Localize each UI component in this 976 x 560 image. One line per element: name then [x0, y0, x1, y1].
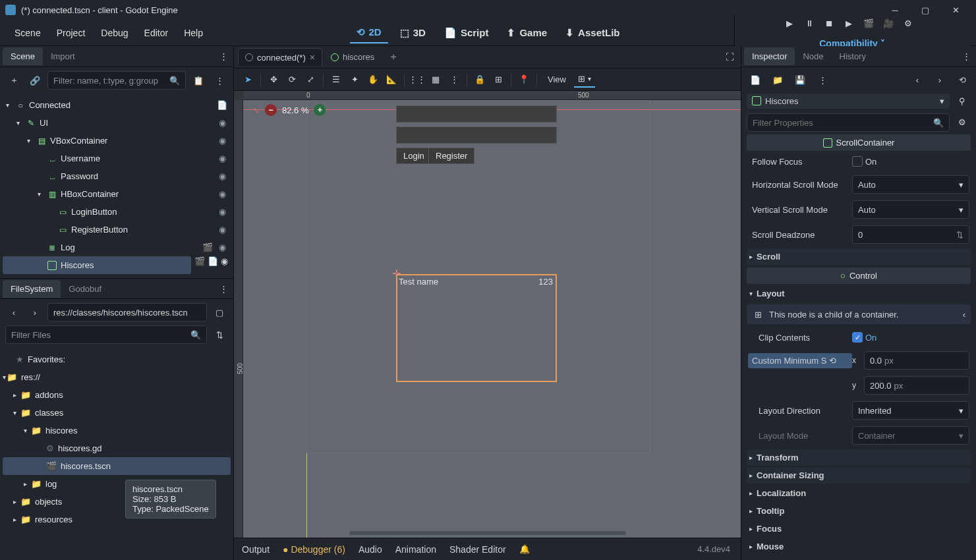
script-icon[interactable]: 📄: [216, 99, 228, 111]
node-vbox[interactable]: ▾▤VBoxContainer◉: [3, 132, 231, 150]
canvas-viewport[interactable]: 0 500 500 ⤡ − 82.6 % + Login Register: [234, 91, 741, 538]
dropdown-vscroll[interactable]: Auto▾: [852, 200, 969, 219]
tab-debugger[interactable]: ● Debugger (6): [283, 544, 345, 555]
section-input[interactable]: ▸Input: [747, 556, 971, 560]
scene-script-button[interactable]: 📋: [190, 72, 207, 89]
zoom-fit-icon[interactable]: ⤡: [252, 105, 260, 115]
h-scrollbar[interactable]: [349, 531, 626, 535]
distraction-free-button[interactable]: ⛶: [723, 49, 737, 65]
pause-button[interactable]: ⏸: [800, 14, 818, 33]
fs-forward-button[interactable]: ›: [26, 304, 43, 321]
checkbox-follow-focus[interactable]: [852, 156, 863, 167]
play-scene-button[interactable]: ▶: [840, 14, 858, 33]
instance-scene-button[interactable]: 🔗: [26, 72, 43, 89]
inspector-object-name[interactable]: Hiscores ▾: [747, 94, 950, 109]
group-button[interactable]: ⊞: [490, 71, 507, 88]
node-ui[interactable]: ▾✎UI◉: [3, 114, 231, 132]
horizontal-ruler[interactable]: 0 500: [243, 91, 741, 100]
fs-classes[interactable]: ▾📁classes: [3, 404, 231, 422]
workspace-assetlib[interactable]: ⬇AssetLib: [559, 22, 626, 43]
inspector-extra-menu[interactable]: ⋮: [814, 71, 831, 88]
node-connected[interactable]: ▾○Connected📄: [3, 96, 231, 114]
movie-button[interactable]: 🎥: [879, 14, 898, 33]
scene-filter-input[interactable]: Filter: name, t:type, g:group 🔍: [47, 71, 186, 90]
scene-tab-connected[interactable]: connected(*)×: [238, 48, 322, 66]
tab-audio[interactable]: Audio: [359, 544, 382, 555]
zoom-in-button[interactable]: +: [314, 104, 326, 116]
node-password[interactable]: ⎵Password◉: [3, 167, 231, 185]
lock-button[interactable]: 🔒: [471, 71, 488, 88]
zoom-out-button[interactable]: −: [265, 104, 277, 116]
tab-godobuf[interactable]: Godobuf: [61, 280, 109, 298]
node-register-button[interactable]: ▭RegisterButton◉: [3, 221, 231, 238]
snap-menu[interactable]: ⋮: [445, 71, 463, 88]
fs-path-input[interactable]: res://classes/hiscores/hiscores.tscn: [47, 303, 207, 322]
inspector-save-resource[interactable]: 💾: [791, 71, 809, 88]
node-hbox[interactable]: ▾▥HBoxContainer◉: [3, 185, 231, 203]
select-tool[interactable]: ➤: [239, 71, 256, 88]
notification-icon[interactable]: 🔔: [519, 544, 530, 554]
checkbox-clip[interactable]: [852, 332, 863, 343]
fs-toggle-split-button[interactable]: ▢: [211, 304, 228, 321]
open-scene-icon[interactable]: 🎬: [194, 256, 205, 266]
inspector-history-menu[interactable]: ⟲: [954, 71, 971, 88]
fs-dock-menu-icon[interactable]: ⋮: [217, 281, 231, 296]
open-scene-icon[interactable]: 🎬: [202, 242, 214, 254]
custom-min-x[interactable]: 0.0px: [864, 351, 969, 370]
inspector-load-resource[interactable]: 📁: [769, 71, 786, 88]
custom-min-y[interactable]: 200.0px: [864, 376, 969, 395]
section-scroll[interactable]: ▸Scroll: [747, 248, 971, 265]
workspace-game[interactable]: ⬆Game: [500, 22, 554, 43]
bones-button[interactable]: 📍: [515, 71, 532, 88]
inspector-forward[interactable]: ›: [931, 71, 948, 88]
section-layout[interactable]: ▾Layout: [747, 285, 971, 302]
visibility-icon[interactable]: ◉: [216, 153, 228, 165]
visibility-icon[interactable]: ◉: [221, 256, 228, 266]
tab-history[interactable]: History: [832, 47, 874, 65]
vertical-ruler[interactable]: 500: [234, 100, 243, 538]
visibility-icon[interactable]: ◉: [216, 117, 228, 129]
menu-debug[interactable]: Debug: [93, 24, 136, 42]
fs-hiscores-folder[interactable]: ▾📁hiscores: [3, 422, 231, 439]
view-menu[interactable]: View: [541, 72, 573, 87]
ruler-tool[interactable]: 📐: [383, 71, 400, 88]
node-login-button[interactable]: ▭LoginButton◉: [3, 203, 231, 221]
scene-dock-menu-icon[interactable]: ⋮: [217, 49, 231, 64]
node-hiscores[interactable]: Hiscores: [3, 256, 191, 274]
node-username[interactable]: ⎵Username◉: [3, 150, 231, 167]
tab-output[interactable]: Output: [242, 544, 270, 555]
section-localization[interactable]: ▸Localization: [747, 485, 971, 501]
fs-hiscores-tscn[interactable]: 🎬hiscores.tscn: [3, 457, 231, 475]
grid-visibility[interactable]: ⊞▾: [574, 71, 595, 88]
move-tool[interactable]: ✥: [265, 71, 282, 88]
fs-addons[interactable]: ▸📁addons: [3, 386, 231, 404]
section-transform[interactable]: ▸Transform: [747, 449, 971, 466]
visibility-icon[interactable]: ◉: [216, 171, 228, 182]
visibility-icon[interactable]: ◉: [216, 242, 228, 254]
tab-shader[interactable]: Shader Editor: [449, 544, 506, 555]
pan-tool[interactable]: ✋: [364, 71, 382, 88]
visibility-icon[interactable]: ◉: [216, 206, 228, 218]
section-tooltip[interactable]: ▸Tooltip: [747, 503, 971, 519]
tab-node[interactable]: Node: [795, 47, 831, 65]
pivot-tool[interactable]: ✦: [346, 71, 363, 88]
tab-inspector[interactable]: Inspector: [744, 47, 795, 65]
section-focus[interactable]: ▸Focus: [747, 520, 971, 537]
workspace-2d[interactable]: ⟲2D: [350, 22, 388, 43]
stop-button[interactable]: ⏹: [820, 14, 838, 33]
chevron-left-icon[interactable]: ‹: [963, 310, 965, 320]
menu-help[interactable]: Help: [176, 24, 211, 42]
dropdown-hscroll[interactable]: Auto▾: [852, 175, 969, 194]
menu-project[interactable]: Project: [49, 24, 94, 42]
layout-child-info[interactable]: ⊞This node is a child of a container.‹: [747, 304, 971, 324]
section-mouse[interactable]: ▸Mouse: [747, 538, 971, 555]
tab-filesystem[interactable]: FileSystem: [3, 280, 61, 298]
dropdown-layout-mode[interactable]: Container▾: [852, 426, 969, 445]
zoom-level[interactable]: 82.6 %: [282, 105, 308, 115]
tab-import[interactable]: Import: [43, 47, 83, 65]
inspector-dock-menu-icon[interactable]: ⋮: [960, 49, 973, 64]
tab-scene[interactable]: Scene: [3, 47, 43, 65]
version-label[interactable]: 4.4.dev4: [697, 544, 730, 554]
spinbox-deadzone[interactable]: 0⇅: [852, 225, 969, 244]
inspector-back[interactable]: ‹: [909, 71, 926, 88]
